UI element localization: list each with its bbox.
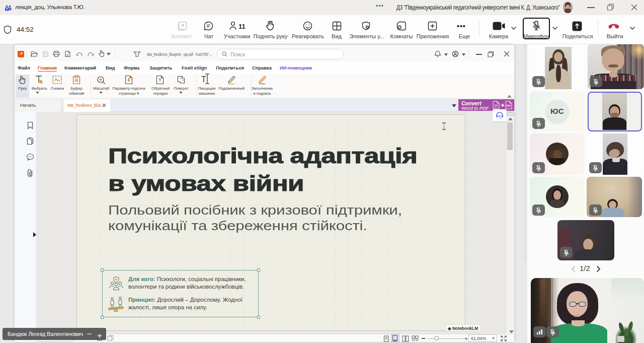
svg-text:AI: AI — [498, 115, 501, 118]
svg-text:PDF: PDF — [506, 105, 511, 107]
svg-text:T: T — [6, 8, 8, 11]
